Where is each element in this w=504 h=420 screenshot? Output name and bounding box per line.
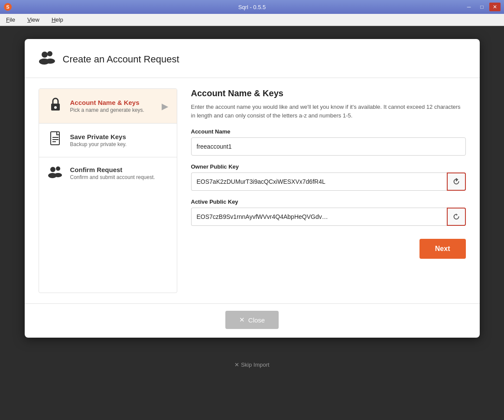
step1-title: Account Name & Keys [70, 99, 144, 106]
refresh-icon-2 [453, 213, 460, 220]
svg-point-3 [47, 51, 52, 56]
close-button[interactable]: ✕ Close [225, 311, 279, 329]
dialog-header: Create an Account Request [25, 39, 480, 78]
copy-active-key-button[interactable] [447, 208, 466, 226]
active-public-key-input[interactable] [191, 208, 447, 226]
owner-public-key-label: Owner Public Key [191, 163, 466, 170]
owner-public-key-input[interactable] [191, 173, 447, 191]
titlebar: S Sqrl - 0.5.5 ─ □ ✕ [0, 0, 504, 14]
step-account-name-keys[interactable]: Account Name & Keys Pick a name and gene… [39, 89, 177, 124]
svg-point-2 [42, 52, 48, 58]
users-icon [48, 165, 63, 181]
refresh-icon [453, 178, 460, 185]
step3-subtitle: Confirm and submit account request. [70, 174, 155, 180]
svg-text:S: S [6, 4, 9, 10]
dialog-title: Create an Account Request [63, 54, 179, 65]
lock-icon [48, 97, 63, 115]
svg-point-7 [54, 106, 57, 109]
step3-title: Confirm Request [70, 166, 155, 173]
close-button-label: Close [248, 316, 265, 324]
step-save-private-keys[interactable]: Save Private Keys Backup your private ke… [39, 124, 177, 157]
account-name-label: Account Name [191, 128, 466, 135]
svg-rect-8 [51, 132, 59, 145]
step2-subtitle: Backup your private key. [70, 141, 127, 147]
titlebar-controls: ─ □ ✕ [463, 3, 501, 11]
active-public-key-group [191, 208, 466, 226]
steps-sidebar: Account Name & Keys Pick a name and gene… [39, 88, 177, 293]
svg-point-13 [56, 166, 60, 171]
app-background: Create an Account Request Account [0, 26, 504, 420]
step2-title: Save Private Keys [70, 133, 127, 140]
close-x-icon: ✕ [239, 316, 245, 324]
svg-marker-16 [456, 179, 458, 181]
app-icon: S [3, 3, 12, 11]
dialog-footer: ✕ Close [25, 303, 480, 338]
step-confirm-request[interactable]: Confirm Request Confirm and submit accou… [39, 157, 177, 189]
active-public-key-label: Active Public Key [191, 199, 466, 205]
svg-point-15 [54, 173, 62, 177]
next-button[interactable]: Next [419, 239, 466, 259]
create-account-dialog: Create an Account Request Account [25, 39, 480, 338]
step2-text: Save Private Keys Backup your private ke… [70, 133, 127, 147]
svg-point-5 [46, 59, 55, 64]
step1-subtitle: Pick a name and generate keys. [70, 107, 144, 113]
content-description: Enter the account name you would like an… [191, 103, 466, 120]
window-title: Sqrl - 0.5.5 [238, 4, 266, 10]
users-large-icon [39, 49, 56, 65]
skip-import-link[interactable]: ✕ Skip Import [234, 361, 269, 368]
account-name-input[interactable] [191, 137, 466, 156]
header-icon [39, 49, 56, 69]
content-panel: Account Name & Keys Enter the account na… [191, 88, 466, 293]
svg-point-12 [50, 167, 55, 172]
copy-owner-key-button[interactable] [447, 173, 466, 191]
menu-file[interactable]: File [3, 16, 18, 24]
titlebar-left: S [3, 3, 12, 11]
maximize-button[interactable]: □ [476, 3, 488, 11]
menu-help[interactable]: Help [49, 16, 66, 24]
menubar: File View Help [0, 14, 504, 26]
close-window-button[interactable]: ✕ [489, 3, 501, 11]
step1-text: Account Name & Keys Pick a name and gene… [70, 99, 144, 113]
dialog-body: Account Name & Keys Pick a name and gene… [25, 78, 480, 303]
step1-arrow: ▶ [162, 101, 168, 111]
owner-public-key-group [191, 173, 466, 191]
content-title: Account Name & Keys [191, 88, 466, 98]
minimize-button[interactable]: ─ [463, 3, 475, 11]
file-icon [48, 131, 63, 149]
menu-view[interactable]: View [25, 16, 42, 24]
svg-marker-17 [456, 214, 458, 216]
step3-text: Confirm Request Confirm and submit accou… [70, 166, 155, 180]
